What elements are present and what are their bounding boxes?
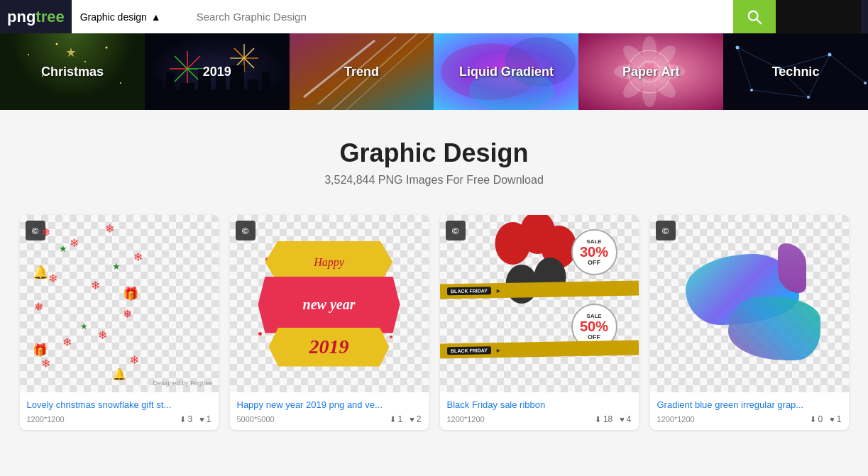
like-stat-2: ♥ 2 xyxy=(410,414,421,424)
card-meta-2: 5000*5000 ⬇ 1 ♥ 2 xyxy=(237,414,422,424)
banner-item-2019[interactable]: 2019 xyxy=(145,33,290,110)
card-info-2: Happy new year 2019 png and ve... 5000*5… xyxy=(230,392,429,430)
card1-content: ❄ ❄ ❄ ❄ ❄ ❄ ❅ ❅ ❄ ❄ ❄ ❄ ★ ★ ★ xyxy=(20,215,219,392)
download-stat-2: ⬇ 1 xyxy=(390,414,403,424)
banner-item-trend[interactable]: Trend xyxy=(290,33,434,110)
bf-label-1: BLACK FRIDAY xyxy=(446,287,490,295)
download-icon-4: ⬇ xyxy=(810,415,816,424)
banner-item-paper[interactable]: Paper Art xyxy=(578,33,723,110)
image-thumb-3: © SALE 30% xyxy=(440,215,639,392)
card-title-4: Gradient blue green irregular grap... xyxy=(657,399,842,410)
image-card-1[interactable]: © ❄ ❄ ❄ ❄ ❄ ❄ ❅ ❅ ❄ ❄ ❄ ❄ ★ ★ xyxy=(20,215,219,430)
download-count-2: 1 xyxy=(398,414,403,424)
sale-off-2: OFF xyxy=(588,333,600,341)
download-icon-3: ⬇ xyxy=(595,415,601,424)
bf-ribbon-2: BLACK FRIDAY ► xyxy=(440,341,639,359)
snowflake-1: ❄ xyxy=(41,226,50,239)
balloon-cluster xyxy=(480,222,587,314)
star-2: ★ xyxy=(112,261,121,272)
svg-line-1 xyxy=(757,19,761,23)
category-label: Graphic design xyxy=(80,11,147,23)
category-dropdown[interactable]: Graphic design ▲ xyxy=(72,0,185,33)
card-meta-4: 1200*1200 ⬇ 0 ♥ 1 xyxy=(657,414,842,424)
search-button[interactable] xyxy=(733,0,776,33)
hny-shape: Happy new year 2019 xyxy=(258,241,400,367)
search-icon xyxy=(747,9,762,25)
category-banner: Christmas xyxy=(0,33,868,110)
logo[interactable]: pngtree xyxy=(7,8,65,26)
card-stats-4: ⬇ 0 ♥ 1 xyxy=(810,414,842,424)
hny-bot-shape: 2019 xyxy=(269,328,390,367)
main-content: Graphic Design 3,524,844 PNG Images For … xyxy=(0,110,868,451)
banner-label-paper: Paper Art xyxy=(578,33,723,110)
hny-newyear-text: new year xyxy=(303,297,356,313)
card-title-3: Black Friday sale ribbon xyxy=(447,399,632,410)
snowflake-6: ❄ xyxy=(91,279,100,292)
gift-2: 🎁 xyxy=(33,343,48,358)
card-size-3: 1200*1200 xyxy=(447,415,485,424)
card-title-2: Happy new year 2019 png and ve... xyxy=(237,399,422,410)
header: pngtree Graphic design ▲ xyxy=(0,0,868,33)
snowflake-7: ❅ xyxy=(34,300,43,314)
banner-label-christmas: Christmas xyxy=(0,33,145,110)
like-icon-2: ♥ xyxy=(410,415,414,424)
sale-pct-2: 50% xyxy=(580,319,608,333)
like-count-2: 2 xyxy=(417,414,422,424)
bell-2: 🔔 xyxy=(112,367,126,381)
card-meta-3: 1200*1200 ⬇ 18 ♥ 4 xyxy=(447,414,632,424)
card-info-1: Lovely christmas snowflake gift st... 12… xyxy=(20,392,219,430)
header-right-area xyxy=(776,0,861,33)
snowflake-10: ❄ xyxy=(98,328,107,342)
image-grid: © ❄ ❄ ❄ ❄ ❄ ❄ ❅ ❅ ❄ ❄ ❄ ❄ ★ ★ xyxy=(0,208,868,437)
bf-ribbon-text-1: ► xyxy=(495,287,501,294)
download-icon-1: ⬇ xyxy=(180,415,186,424)
hny-mid-shape: new year xyxy=(258,277,400,333)
image-card-4[interactable]: © Gradient blue green irregular grap... … xyxy=(650,215,849,430)
star-3: ★ xyxy=(80,321,88,331)
card-size-1: 1200*1200 xyxy=(27,415,65,424)
like-count-1: 1 xyxy=(207,414,211,424)
banner-item-technic[interactable]: Technic xyxy=(723,33,868,110)
card-stats-1: ⬇ 3 ♥ 1 xyxy=(180,414,211,424)
dropdown-arrow: ▲ xyxy=(151,11,161,23)
sale-off-1: OFF xyxy=(588,259,600,266)
download-count-4: 0 xyxy=(818,414,823,424)
snowflake-3: ❄ xyxy=(105,222,114,236)
snowflake-2: ❄ xyxy=(70,236,79,250)
download-count-3: 18 xyxy=(603,414,612,424)
download-stat-3: ⬇ 18 xyxy=(595,414,612,424)
banner-item-liquid[interactable]: Liquid Gradient xyxy=(434,33,578,110)
logo-png-text: png xyxy=(7,8,35,26)
sale-badge-top: SALE 30% OFF xyxy=(571,229,617,275)
image-card-2[interactable]: © Happy new year 2 xyxy=(230,215,429,430)
sale-pct-1: 30% xyxy=(580,245,608,259)
gift-1: 🎁 xyxy=(123,286,138,301)
like-stat-1: ♥ 1 xyxy=(199,414,211,424)
hny-happy-text: Happy xyxy=(314,256,344,269)
like-count-4: 1 xyxy=(837,414,842,424)
star-1: ★ xyxy=(59,243,67,254)
snowflake-4: ❄ xyxy=(133,250,143,264)
image-thumb-4: © xyxy=(650,215,849,392)
search-input[interactable] xyxy=(185,0,733,33)
bf-label-2: BLACK FRIDAY xyxy=(446,346,490,355)
page-subtitle: 3,524,844 PNG Images For Free Download xyxy=(0,174,868,187)
bf-ribbon-1: BLACK FRIDAY ► xyxy=(440,281,639,299)
card-size-2: 5000*5000 xyxy=(237,415,275,424)
banner-label-technic: Technic xyxy=(723,33,868,110)
card-stats-3: ⬇ 18 ♥ 4 xyxy=(595,414,632,424)
logo-tree-text: tree xyxy=(35,8,64,26)
snowflake-11: ❄ xyxy=(41,357,50,370)
banner-item-christmas[interactable]: Christmas xyxy=(0,33,145,110)
image-card-3[interactable]: © SALE 30% xyxy=(440,215,639,430)
like-stat-3: ♥ 4 xyxy=(620,414,631,424)
gradient-shape xyxy=(671,240,828,367)
card4-content xyxy=(650,215,849,392)
bell-1: 🔔 xyxy=(33,265,48,280)
banner-label-2019: 2019 xyxy=(145,33,290,110)
like-icon-4: ♥ xyxy=(830,415,835,424)
grad-blob-2 xyxy=(728,297,820,360)
download-icon-2: ⬇ xyxy=(390,415,396,424)
image-thumb-1: © ❄ ❄ ❄ ❄ ❄ ❄ ❅ ❅ ❄ ❄ ❄ ❄ ★ ★ xyxy=(20,215,219,392)
download-stat-1: ⬇ 3 xyxy=(180,414,193,424)
